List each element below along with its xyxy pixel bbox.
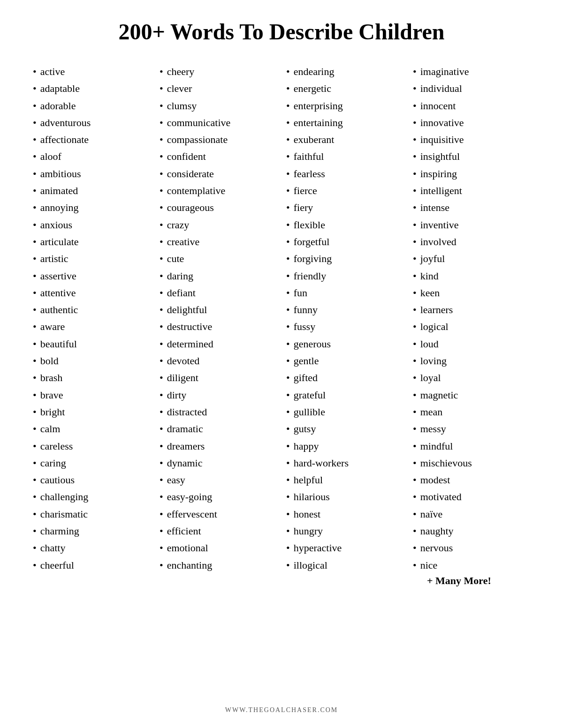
column-4: imaginativeindividualinnocentinnovativei… [408,63,535,692]
list-item: compassionate [160,131,277,148]
list-item: adventurous [33,114,150,131]
list-item: mischievous [413,455,530,472]
word-list-3: endearingenergeticenterprisingentertaini… [286,63,403,574]
list-item: artistic [33,250,150,267]
list-item: hungry [286,523,403,540]
list-item: enterprising [286,98,403,114]
list-item: easy-going [160,488,277,505]
list-item: aware [33,318,150,335]
list-item: inquisitive [413,131,530,148]
list-item: determined [160,336,277,353]
list-item: enchanting [160,557,277,574]
list-item: anxious [33,217,150,233]
list-item: joyful [413,250,530,267]
list-item: flexible [286,217,403,233]
list-item: mindful [413,438,530,455]
list-item: ambitious [33,165,150,182]
list-item: kind [413,268,530,285]
list-item: animated [33,182,150,199]
list-item: dreamers [160,438,277,455]
list-item: courageous [160,199,277,216]
list-item: forgiving [286,250,403,267]
extra-note: + Many More! [413,575,530,587]
list-item: learners [413,301,530,318]
word-list-1: activeadaptableadorableadventurousaffect… [33,63,150,574]
list-item: loud [413,336,530,353]
list-item: cautious [33,472,150,488]
list-item: nervous [413,540,530,556]
list-item: magnetic [413,387,530,404]
column-1: activeadaptableadorableadventurousaffect… [28,63,155,692]
list-item: annoying [33,199,150,216]
list-item: challenging [33,488,150,505]
list-item: logical [413,318,530,335]
list-item: honest [286,506,403,523]
list-item: imaginative [413,63,530,80]
list-item: cute [160,250,277,267]
list-item: keen [413,285,530,301]
list-item: intense [413,199,530,216]
list-item: clever [160,80,277,97]
list-item: insightful [413,148,530,165]
list-item: aloof [33,148,150,165]
list-item: dramatic [160,420,277,437]
list-item: distracted [160,404,277,420]
list-item: charming [33,523,150,540]
list-item: dynamic [160,455,277,472]
list-item: bold [33,353,150,369]
list-item: involved [413,233,530,250]
list-item: active [33,63,150,80]
list-item: delightful [160,301,277,318]
list-item: generous [286,336,403,353]
list-item: mean [413,404,530,420]
list-item: authentic [33,301,150,318]
list-item: fearless [286,165,403,182]
list-item: creative [160,233,277,250]
column-3: endearingenergeticenterprisingentertaini… [282,63,408,692]
list-item: chatty [33,540,150,556]
list-item: gifted [286,369,403,386]
list-item: gentle [286,353,403,369]
list-item: hilarious [286,488,403,505]
list-item: attentive [33,285,150,301]
list-item: naïve [413,506,530,523]
list-item: faithful [286,148,403,165]
list-item: inspiring [413,165,530,182]
list-item: nice [413,557,530,574]
list-item: individual [413,80,530,97]
list-item: emotional [160,540,277,556]
list-item: messy [413,420,530,437]
list-item: dirty [160,387,277,404]
list-item: fiery [286,199,403,216]
list-item: gutsy [286,420,403,437]
list-item: clumsy [160,98,277,114]
list-item: diligent [160,369,277,386]
list-item: modest [413,472,530,488]
list-item: brave [33,387,150,404]
list-item: considerate [160,165,277,182]
list-item: assertive [33,268,150,285]
list-item: loyal [413,369,530,386]
list-item: fierce [286,182,403,199]
list-item: forgetful [286,233,403,250]
list-item: adaptable [33,80,150,97]
list-item: effervescent [160,506,277,523]
list-item: adorable [33,98,150,114]
list-item: hard-workers [286,455,403,472]
list-item: efficient [160,523,277,540]
word-list-2: cheerycleverclumsycommunicativecompassio… [160,63,277,574]
list-item: defiant [160,285,277,301]
list-item: fussy [286,318,403,335]
list-item: crazy [160,217,277,233]
list-item: exuberant [286,131,403,148]
list-item: caring [33,455,150,472]
list-item: affectionate [33,131,150,148]
list-item: brash [33,369,150,386]
list-item: calm [33,420,150,437]
list-item: loving [413,353,530,369]
list-item: intelligent [413,182,530,199]
list-item: helpful [286,472,403,488]
list-item: articulate [33,233,150,250]
list-item: inventive [413,217,530,233]
list-item: communicative [160,114,277,131]
